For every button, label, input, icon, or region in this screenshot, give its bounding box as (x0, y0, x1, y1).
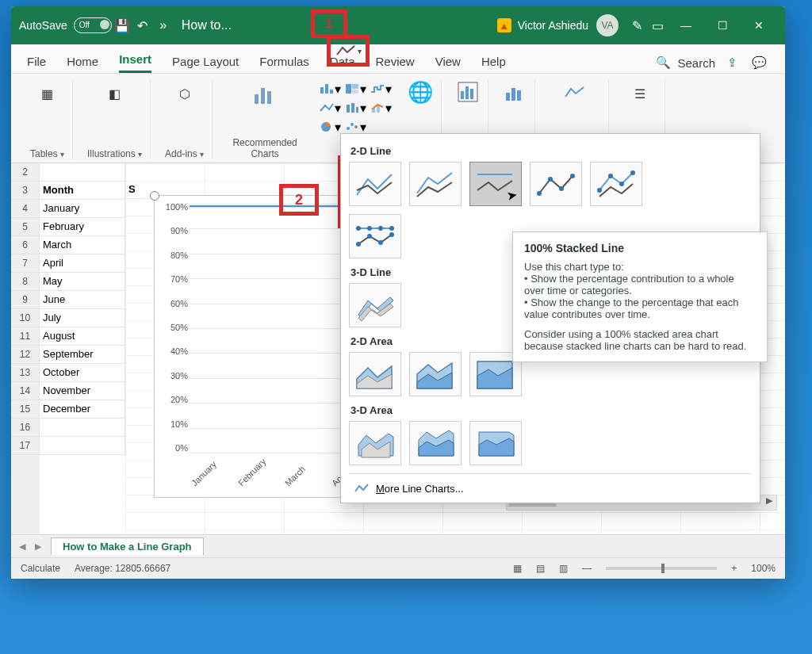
chart-resize-handle[interactable] (150, 191, 159, 201)
row-header[interactable]: 9 (11, 291, 40, 309)
cell[interactable]: February (40, 218, 125, 236)
row-header[interactable]: 6 (11, 236, 40, 254)
chart-type-line-markers[interactable] (530, 162, 582, 206)
row-header[interactable]: 10 (11, 309, 40, 327)
svg-point-16 (350, 123, 354, 126)
save-icon[interactable]: 💾 (112, 18, 132, 33)
tab-home[interactable]: Home (67, 55, 98, 73)
insert-statistic-chart-button[interactable]: ▾ (344, 99, 366, 117)
cell[interactable]: June (40, 291, 125, 309)
chart-type-100-stacked-line[interactable]: ➤ (469, 162, 522, 206)
insert-combo-chart-button[interactable]: ▾ (370, 99, 392, 117)
chart-type-stacked-area[interactable] (409, 352, 462, 396)
zoom-in-button[interactable]: + (731, 563, 737, 574)
chart-type-line[interactable] (349, 162, 401, 206)
minimize-button[interactable]: — (668, 6, 704, 44)
cell[interactable]: September (40, 346, 125, 364)
svg-rect-9 (347, 105, 350, 113)
svg-rect-11 (356, 107, 358, 113)
group-addins[interactable]: ⬡ Add-ins ▾ (157, 80, 213, 159)
sheet-tab-active[interactable]: How to Make a Line Graph (51, 537, 204, 555)
row-header[interactable]: 13 (11, 364, 40, 382)
row-header[interactable]: 12 (11, 346, 40, 364)
view-normal-icon[interactable]: ▦ (513, 563, 522, 574)
chart-type-3d-line[interactable] (349, 283, 401, 327)
insert-pie-chart-button[interactable]: ▾ (319, 118, 341, 136)
avatar[interactable]: VA (596, 14, 619, 36)
insert-hierarchy-chart-button[interactable]: ▾ (344, 80, 366, 98)
view-pagebreak-icon[interactable]: ▥ (559, 563, 568, 574)
scroll-right-arrow-icon[interactable]: ▶ (762, 495, 776, 508)
insert-column-chart-button[interactable]: ▾ (319, 80, 341, 98)
tab-help[interactable]: Help (481, 55, 506, 73)
cell[interactable]: May (40, 273, 125, 291)
cell[interactable] (40, 437, 125, 455)
cell[interactable]: August (40, 327, 125, 346)
chart-type-3d-100-stacked-area[interactable] (469, 421, 522, 465)
chart-type-100-stacked-line-markers[interactable] (349, 214, 401, 258)
tab-review[interactable]: Review (376, 55, 415, 73)
tab-file[interactable]: File (27, 55, 46, 73)
more-quickaccess-icon[interactable]: » (153, 18, 174, 33)
cell[interactable]: January (40, 200, 125, 218)
tab-formulas[interactable]: Formulas (259, 55, 309, 73)
group-illustrations[interactable]: ◧ Illustrations ▾ (79, 80, 151, 159)
row-header[interactable]: 2 (11, 163, 40, 182)
cell[interactable] (40, 163, 125, 182)
zoom-slider[interactable] (606, 567, 717, 570)
toggle-switch[interactable]: Off (74, 17, 112, 33)
row-header[interactable]: 14 (11, 382, 40, 400)
view-pagelayout-icon[interactable]: ▤ (536, 563, 545, 574)
row-header[interactable]: 3 (11, 182, 40, 200)
share-icon[interactable]: ⇪ (722, 52, 742, 73)
sheet-nav-next-icon[interactable]: ▶ (35, 541, 41, 552)
group-recommended-label: Recommended Charts (227, 137, 303, 159)
undo-icon[interactable]: ↶ (132, 18, 153, 33)
svg-rect-3 (320, 87, 324, 94)
cell[interactable]: Month (40, 182, 125, 200)
cell[interactable] (40, 419, 125, 437)
cell[interactable]: March (40, 236, 125, 254)
warning-icon: ▲ (497, 18, 511, 33)
tab-view[interactable]: View (435, 55, 461, 73)
insert-stock-chart-button[interactable]: ▾ (370, 80, 392, 98)
cell[interactable]: November (40, 382, 125, 400)
row-header[interactable]: 8 (11, 273, 40, 291)
chart-type-area[interactable] (349, 352, 401, 396)
tab-insert[interactable]: Insert (119, 52, 151, 73)
svg-point-31 (608, 174, 613, 178)
coming-soon-icon[interactable]: ✎ (626, 18, 647, 33)
close-button[interactable]: ✕ (741, 6, 777, 44)
chart-type-stacked-line[interactable] (409, 162, 462, 206)
search-box[interactable]: 🔍 Search (656, 55, 715, 70)
svg-point-26 (537, 191, 542, 196)
row-header[interactable]: 7 (11, 254, 40, 273)
comments-icon[interactable]: 💬 (749, 52, 769, 73)
svg-point-34 (356, 226, 361, 231)
svg-rect-20 (465, 86, 469, 99)
row-header[interactable]: 17 (11, 437, 40, 455)
cell[interactable]: April (40, 254, 125, 273)
ribbon-display-icon[interactable]: ▭ (647, 18, 668, 33)
row-header[interactable]: 5 (11, 218, 40, 236)
row-header[interactable]: 4 (11, 200, 40, 218)
group-recommended-charts[interactable]: Recommended Charts (219, 80, 311, 159)
tab-pagelayout[interactable]: Page Layout (172, 55, 239, 73)
svg-rect-2 (267, 91, 271, 104)
row-header[interactable]: 16 (11, 419, 40, 437)
maximize-button[interactable]: ☐ (704, 6, 741, 44)
chart-type-3d-stacked-area[interactable] (409, 421, 462, 465)
more-line-charts-item[interactable]: More Line Charts... (349, 473, 752, 503)
zoom-out-button[interactable]: — (582, 563, 592, 574)
row-header[interactable]: 11 (11, 327, 40, 346)
chart-type-stacked-line-markers[interactable] (590, 162, 642, 206)
autosave-toggle[interactable]: AutoSave Off (19, 17, 112, 33)
row-header[interactable]: 15 (11, 400, 40, 419)
group-tables[interactable]: ▦ Tables ▾ (22, 80, 73, 159)
sheet-nav-prev-icon[interactable]: ◀ (19, 541, 25, 552)
cell[interactable]: July (40, 309, 125, 327)
cell[interactable]: October (40, 364, 125, 382)
cell[interactable]: December (40, 400, 125, 419)
chart-type-3d-area[interactable] (349, 421, 401, 465)
insert-line-chart-button[interactable]: ▾ (319, 99, 341, 117)
